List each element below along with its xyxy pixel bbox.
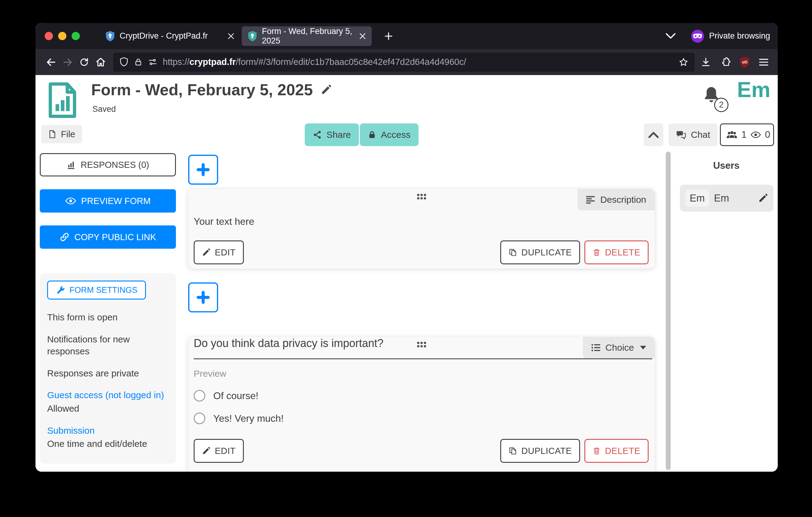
delete-button[interactable]: DELETE bbox=[584, 240, 648, 264]
edit-label: EDIT bbox=[215, 446, 236, 456]
poll-chart-icon bbox=[67, 160, 76, 169]
save-status: Saved bbox=[92, 104, 116, 114]
presence-indicator[interactable]: 1 0 bbox=[720, 124, 774, 146]
block-type-label: Choice bbox=[606, 343, 634, 353]
form-builder: Description Your text here EDIT bbox=[188, 150, 655, 472]
url-bar[interactable]: https://cryptpad.fr/form/#/3/form/edit/c… bbox=[113, 53, 695, 72]
add-block-button[interactable] bbox=[188, 282, 218, 312]
setting-guest-access-link[interactable]: Guest access (not logged in) bbox=[47, 389, 169, 401]
reload-button[interactable] bbox=[76, 54, 92, 71]
forward-button[interactable] bbox=[59, 54, 76, 71]
new-tab-button[interactable] bbox=[384, 31, 394, 41]
user-avatar-chip: Em bbox=[685, 190, 709, 207]
private-mask-icon bbox=[691, 30, 704, 43]
tab-close-icon[interactable] bbox=[359, 33, 366, 39]
chat-label: Chat bbox=[691, 130, 710, 140]
trash-icon bbox=[592, 248, 601, 257]
preview-form-button[interactable]: PREVIEW FORM bbox=[40, 189, 176, 213]
chat-button[interactable]: Chat bbox=[668, 124, 718, 146]
setting-submission-link[interactable]: Submission bbox=[47, 425, 169, 437]
close-window-button[interactable] bbox=[45, 32, 53, 40]
access-button[interactable]: Access bbox=[360, 124, 418, 146]
tab-list-chevron-icon[interactable] bbox=[665, 33, 676, 39]
tab-form-active[interactable]: Form - Wed, February 5, 2025 bbox=[242, 26, 372, 46]
vertical-scrollbar[interactable] bbox=[666, 152, 671, 470]
private-browsing-indicator: Private browsing bbox=[691, 30, 770, 43]
duplicate-label: DUPLICATE bbox=[521, 247, 572, 257]
editors-count: 1 bbox=[741, 129, 747, 140]
edit-button[interactable]: EDIT bbox=[194, 439, 244, 463]
menu-hamburger-icon[interactable] bbox=[759, 58, 768, 66]
choice-option: Yes! Very much! bbox=[194, 413, 655, 424]
form-settings-button[interactable]: FORM SETTINGS bbox=[47, 280, 146, 300]
svg-text:uO: uO bbox=[742, 60, 748, 64]
align-left-icon bbox=[586, 196, 596, 204]
tab-title: CryptDrive - CryptPad.fr bbox=[120, 31, 223, 41]
radio-button[interactable] bbox=[194, 413, 205, 424]
tracking-protection-shield-icon[interactable] bbox=[119, 57, 128, 67]
block-type-dropdown[interactable]: Choice bbox=[583, 337, 655, 358]
responses-label: RESPONSES (0) bbox=[81, 160, 149, 170]
option-label: Of course! bbox=[213, 390, 259, 402]
bookmark-star-icon[interactable] bbox=[678, 57, 688, 67]
form-block-description: Description Your text here EDIT bbox=[188, 189, 655, 269]
edit-name-pencil-icon[interactable] bbox=[758, 193, 768, 203]
url-path: /form/#/3/form/edit/c1b7baac05c8e42ef47d… bbox=[236, 57, 466, 67]
duplicate-label: DUPLICATE bbox=[521, 446, 572, 456]
drag-handle-icon[interactable] bbox=[417, 194, 426, 199]
connection-lock-icon[interactable] bbox=[134, 58, 143, 67]
permissions-icon[interactable] bbox=[148, 58, 157, 66]
user-avatar[interactable]: Em bbox=[737, 78, 771, 102]
setting-responses-private: Responses are private bbox=[47, 367, 169, 379]
rename-pencil-icon[interactable] bbox=[321, 84, 332, 95]
cryptpad-app: Form - Wed, February 5, 2025 Saved 2 Em … bbox=[35, 75, 778, 472]
downloads-icon[interactable] bbox=[701, 57, 711, 67]
tab-close-icon[interactable] bbox=[228, 33, 234, 39]
duplicate-button[interactable]: DUPLICATE bbox=[500, 439, 580, 463]
share-button[interactable]: Share bbox=[305, 124, 359, 146]
copy-public-link-button[interactable]: COPY PUBLIC LINK bbox=[40, 225, 176, 249]
add-block-button[interactable] bbox=[188, 155, 218, 185]
choice-option: Of course! bbox=[194, 390, 655, 402]
chevron-down-icon bbox=[640, 346, 646, 350]
delete-label: DELETE bbox=[605, 446, 640, 456]
radio-button[interactable] bbox=[194, 390, 205, 402]
form-settings-label: FORM SETTINGS bbox=[69, 285, 137, 295]
ublock-origin-icon[interactable]: uO bbox=[740, 57, 750, 68]
url-domain: cryptpad.fr bbox=[190, 57, 236, 67]
notifications-bell[interactable]: 2 bbox=[702, 85, 729, 114]
setting-submission-value: One time and edit/delete bbox=[47, 438, 169, 450]
tab-cryptdrive[interactable]: CryptDrive - CryptPad.fr bbox=[106, 31, 234, 42]
responses-button[interactable]: RESPONSES (0) bbox=[40, 153, 176, 176]
duplicate-button[interactable]: DUPLICATE bbox=[500, 240, 580, 264]
edit-pencil-icon bbox=[202, 248, 210, 257]
users-panel: Users Em Em bbox=[675, 152, 778, 212]
back-button[interactable] bbox=[43, 54, 59, 71]
url-text[interactable]: https://cryptpad.fr/form/#/3/form/edit/c… bbox=[163, 57, 673, 67]
minimize-window-button[interactable] bbox=[58, 32, 66, 40]
copy-public-link-label: COPY PUBLIC LINK bbox=[74, 232, 156, 242]
cryptpad-shield-icon bbox=[106, 31, 115, 42]
setting-notifications: Notifications for new responses bbox=[47, 333, 169, 357]
block-type-tag: Description bbox=[578, 189, 655, 211]
notification-count-badge: 2 bbox=[714, 98, 728, 112]
home-button[interactable] bbox=[92, 54, 109, 71]
collapse-toolbar-button[interactable] bbox=[644, 124, 663, 146]
file-menu-button[interactable]: File bbox=[41, 125, 82, 143]
document-title[interactable]: Form - Wed, February 5, 2025 bbox=[91, 81, 313, 99]
delete-button[interactable]: DELETE bbox=[584, 439, 648, 463]
drag-handle-icon[interactable] bbox=[417, 342, 426, 347]
link-chain-icon bbox=[60, 232, 69, 242]
edit-button[interactable]: EDIT bbox=[194, 240, 244, 264]
plus-icon bbox=[196, 163, 210, 177]
list-icon bbox=[591, 344, 601, 352]
url-protocol: https:// bbox=[163, 57, 190, 67]
form-settings-panel: FORM SETTINGS This form is open Notifica… bbox=[40, 273, 176, 464]
zoom-window-button[interactable] bbox=[71, 32, 80, 40]
editors-group-icon bbox=[726, 131, 737, 139]
file-document-icon bbox=[48, 129, 57, 139]
viewers-count: 0 bbox=[765, 129, 770, 140]
extensions-icon[interactable] bbox=[720, 57, 731, 67]
duplicate-pages-icon bbox=[509, 248, 517, 257]
preview-eye-icon bbox=[65, 197, 76, 205]
